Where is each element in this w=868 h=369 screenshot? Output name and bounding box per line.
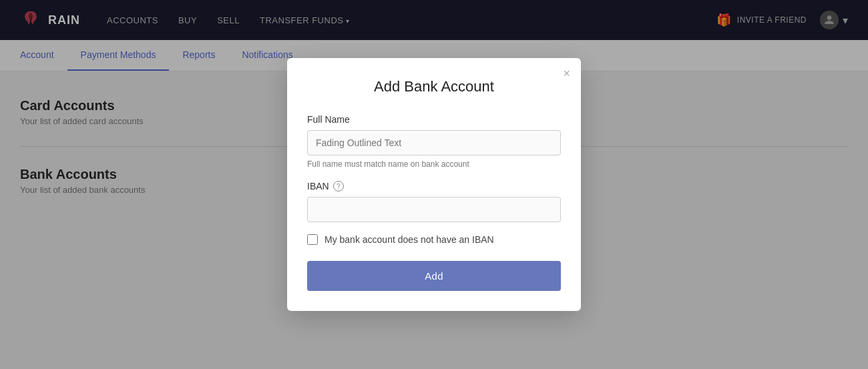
no-iban-label[interactable]: My bank account does not have an IBAN — [324, 234, 494, 245]
main-content: Card Accounts Your list of added card ac… — [0, 71, 868, 369]
modal-overlay: × Add Bank Account Full Name Full name m… — [0, 0, 868, 369]
add-button[interactable]: Add — [307, 261, 561, 291]
no-iban-checkbox[interactable] — [307, 234, 318, 245]
iban-label: IBAN ? — [307, 181, 561, 192]
iban-group: IBAN ? — [307, 181, 561, 222]
full-name-label: Full Name — [307, 114, 561, 125]
modal-title: Add Bank Account — [307, 78, 561, 95]
full-name-group: Full Name Full name must match name on b… — [307, 114, 561, 169]
full-name-hint: Full name must match name on bank accoun… — [307, 159, 561, 169]
no-iban-checkbox-row: My bank account does not have an IBAN — [307, 234, 561, 245]
modal-close-button[interactable]: × — [563, 67, 570, 79]
full-name-input[interactable] — [307, 130, 561, 155]
add-bank-account-modal: × Add Bank Account Full Name Full name m… — [287, 58, 581, 311]
iban-help-icon[interactable]: ? — [333, 181, 344, 192]
iban-input[interactable] — [307, 197, 561, 222]
